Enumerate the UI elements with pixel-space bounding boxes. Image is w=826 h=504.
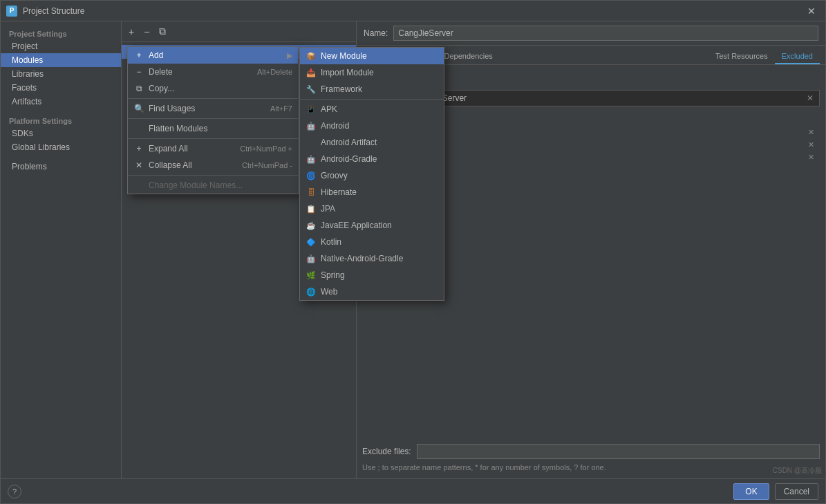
menu-item-change-names: Change Module Names... [128,177,298,194]
submenu: 📦 New Module 📥 Import Module 🔧 Framework… [299,47,444,301]
sidebar-item-global-libraries[interactable]: Global Libraries [1,140,121,154]
flatten-icon [133,123,144,134]
content-root-close[interactable]: ✕ [807,93,814,103]
menu-item-find-usages[interactable]: 🔍 Find Usages Alt+F7 [128,100,298,117]
sidebar-item-facets[interactable]: Facets [1,81,121,95]
android-icon: 🤖 [306,120,317,131]
submenu-item-jpa[interactable]: 📋 JPA [300,200,444,217]
change-names-icon [133,180,144,191]
find-usages-icon: 🔍 [133,103,144,114]
import-module-icon: 📥 [306,67,317,78]
sidebar-item-sdks[interactable]: SDKs [1,127,121,140]
native-android-gradle-icon: 🤖 [306,253,317,264]
submenu-item-native-android-gradle[interactable]: 🤖 Native-Android-Gradle [300,250,444,267]
submenu-item-new-module[interactable]: 📦 New Module [300,48,444,64]
submenu-label-android: Android [321,121,438,131]
exclude-files-label: Exclude files: [362,447,411,456]
help-button[interactable]: ? [8,485,21,498]
submenu-label-javaee: JavaEE Application [321,221,438,230]
project-structure-dialog: P Project Structure ✕ Project Settings P… [0,0,826,504]
menu-item-collapse-all[interactable]: ✕ Collapse All Ctrl+NumPad - [128,157,298,174]
menu-item-copy[interactable]: ⧉ Copy... [128,80,298,97]
app-icon: P [6,6,17,17]
submenu-item-framework[interactable]: 🔧 Framework [300,81,444,97]
submenu-item-android-artifact[interactable]: Android Artifact [300,134,444,151]
tab-test-resources[interactable]: Test Resources [708,49,775,64]
hibernate-icon: 🗄 [306,187,317,198]
submenu-label-native-android-gradle: Native-Android-Gradle [321,254,438,263]
submenu-item-kotlin[interactable]: 🔷 Kotlin [300,234,444,250]
sidebar-item-modules[interactable]: Modules [1,53,121,67]
expand-icon: + [133,143,144,154]
menu-label-collapse-all: Collapse All [149,160,238,170]
excluded-folder-close-build[interactable]: ✕ [808,153,814,162]
remove-button[interactable]: − [141,25,152,39]
name-bar: Name: [357,21,825,46]
module-toolbar: + − ⧉ [122,21,356,42]
excluded-folder-close-log[interactable]: ✕ [808,128,814,137]
menu-label-add: Add [149,50,283,60]
context-menu: + Add ▶ 📦 New Module 📥 Import Module 🔧 F… [127,46,299,194]
sidebar-item-libraries[interactable]: Libraries [1,67,121,81]
submenu-item-android-gradle[interactable]: 🤖 Android-Gradle [300,151,444,167]
sidebar-divider-2 [1,154,121,160]
submenu-item-spring[interactable]: 🌿 Spring [300,267,444,283]
menu-item-expand-all[interactable]: + Expand All Ctrl+NumPad + [128,140,298,157]
sidebar-divider [1,109,121,114]
submenu-label-new-module: New Module [321,51,438,61]
excluded-folder-close-gradle[interactable]: ✕ [808,140,814,149]
android-artifact-icon [306,137,317,148]
submenu-item-android[interactable]: 🤖 Android [300,118,444,134]
watermark: CSDN @高冷颜 [773,466,822,476]
javaee-icon: ☕ [306,220,317,231]
platform-settings-label: Platform Settings [1,114,121,127]
collapse-shortcut: Ctrl+NumPad - [242,161,292,169]
sidebar-item-project[interactable]: Project [1,39,121,53]
kotlin-icon: 🔷 [306,236,317,248]
submenu-item-web[interactable]: 🌐 Web [300,283,444,300]
collapse-icon: ✕ [133,160,144,171]
add-icon: + [133,50,144,61]
project-settings-label: Project Settings [1,27,121,39]
submenu-item-import-module[interactable]: 📥 Import Module [300,64,444,81]
copy-button[interactable]: ⧉ [156,24,169,39]
add-button[interactable]: + [126,25,137,39]
submenu-label-android-artifact: Android Artifact [321,138,438,147]
menu-separator-4 [128,175,298,176]
sidebar-item-artifacts[interactable]: Artifacts [1,95,121,109]
ok-button[interactable]: OK [733,483,769,500]
submenu-item-hibernate[interactable]: 🗄 Hibernate [300,184,444,200]
delete-icon: − [133,66,144,77]
spring-icon: 🌿 [306,270,317,281]
submenu-label-jpa: JPA [321,204,438,214]
menu-item-flatten[interactable]: Flatten Modules [128,120,298,137]
tab-excluded[interactable]: Excluded [775,49,820,64]
submenu-item-apk[interactable]: 📱 APK [300,101,444,118]
menu-separator-1 [128,98,298,99]
name-input[interactable] [393,26,818,41]
sidebar-item-problems[interactable]: Problems [1,160,121,174]
submenu-label-apk: APK [321,104,438,114]
menu-item-add[interactable]: + Add ▶ 📦 New Module 📥 Import Module 🔧 F… [128,47,298,64]
menu-label-delete: Delete [149,67,253,77]
close-button[interactable]: ✕ [803,4,820,18]
submenu-item-javaee[interactable]: ☕ JavaEE Application [300,217,444,234]
menu-label-expand-all: Expand All [149,144,236,153]
exclude-files-input[interactable] [417,444,820,459]
apk-icon: 📱 [306,104,317,115]
cancel-button[interactable]: Cancel [775,483,818,500]
submenu-item-groovy[interactable]: 🌀 Groovy [300,167,444,184]
name-label: Name: [364,28,388,38]
submenu-label-kotlin: Kotlin [321,237,438,247]
new-module-icon: 📦 [306,50,317,62]
menu-label-copy: Copy... [149,84,292,93]
framework-icon: 🔧 [306,84,317,95]
tab-dependencies[interactable]: Dependencies [438,49,500,64]
menu-item-delete[interactable]: − Delete Alt+Delete [128,64,298,80]
sidebar: Project Settings Project Modules Librari… [1,21,122,478]
submenu-label-import-module: Import Module [321,68,438,77]
title-bar: P Project Structure ✕ [1,1,825,21]
add-arrow-icon: ▶ [287,51,292,60]
groovy-icon: 🌀 [306,170,317,181]
menu-label-change-names: Change Module Names... [149,180,292,190]
